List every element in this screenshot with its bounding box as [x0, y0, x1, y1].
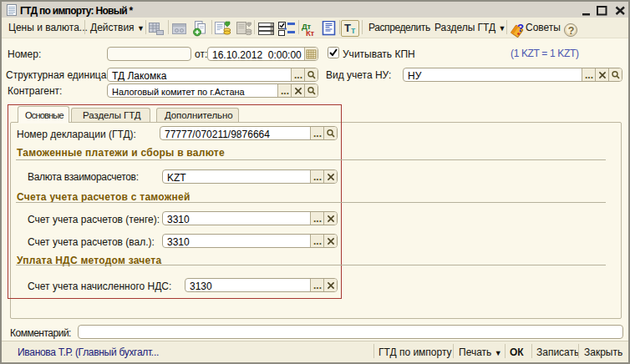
- svg-text:?: ?: [568, 25, 575, 37]
- svg-text:?: ?: [517, 22, 524, 34]
